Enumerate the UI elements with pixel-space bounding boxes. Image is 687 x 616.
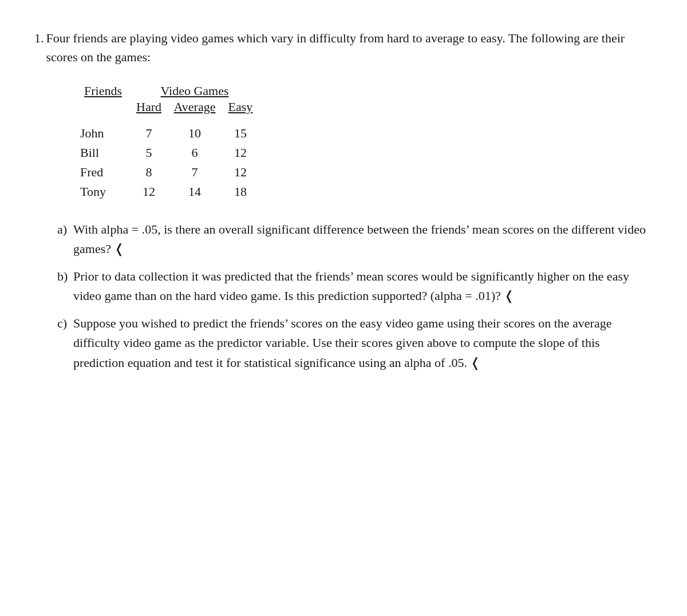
question-block: 1. Four friends are playing video games … — [34, 29, 653, 381]
parts-section: a) With alpha = .05, is there an overall… — [57, 220, 653, 381]
cell-friend-0: John — [80, 121, 126, 141]
part-item-0: a) With alpha = .05, is there an overall… — [57, 220, 653, 259]
part-label-2: c) — [57, 314, 73, 372]
table-row: Tony 12 14 18 — [80, 180, 263, 199]
part-text-2: Suppose you wished to predict the friend… — [73, 314, 653, 372]
cell-easy-3: 18 — [218, 180, 263, 199]
part-text-1: Prior to data collection it was predicte… — [73, 267, 653, 306]
part-text-0: With alpha = .05, is there an overall si… — [73, 220, 653, 259]
data-table: Friends Video Games Hard Average Easy Jo… — [80, 84, 263, 199]
question-number: 1. — [34, 29, 44, 66]
part-label-0: a) — [57, 220, 73, 259]
cell-average-1: 6 — [172, 141, 218, 160]
cell-easy-0: 15 — [218, 121, 263, 141]
part-item-2: c) Suppose you wished to predict the fri… — [57, 314, 653, 372]
table-row: Bill 5 6 12 — [80, 141, 263, 160]
cell-friend-3: Tony — [80, 180, 126, 199]
part-item-1: b) Prior to data collection it was predi… — [57, 267, 653, 306]
cell-hard-3: 12 — [126, 180, 172, 199]
header-friends-spacer — [80, 100, 126, 116]
header-hard: Hard — [126, 100, 172, 116]
cell-friend-1: Bill — [80, 141, 126, 160]
header-friends: Friends — [80, 84, 126, 100]
cell-hard-2: 8 — [126, 160, 172, 180]
cell-average-0: 10 — [172, 121, 218, 141]
cell-hard-1: 5 — [126, 141, 172, 160]
cell-hard-0: 7 — [126, 121, 172, 141]
table-section: Friends Video Games Hard Average Easy Jo… — [80, 84, 653, 199]
header-average: Average — [172, 100, 218, 116]
cell-easy-1: 12 — [218, 141, 263, 160]
cell-average-3: 14 — [172, 180, 218, 199]
question-text: Four friends are playing video games whi… — [46, 29, 653, 66]
cell-easy-2: 12 — [218, 160, 263, 180]
cell-average-2: 7 — [172, 160, 218, 180]
table-row: John 7 10 15 — [80, 121, 263, 141]
table-row: Fred 8 7 12 — [80, 160, 263, 180]
question-intro: 1. Four friends are playing video games … — [34, 29, 653, 66]
cell-friend-2: Fred — [80, 160, 126, 180]
header-video-games: Video Games — [126, 84, 263, 100]
header-easy: Easy — [218, 100, 263, 116]
part-label-1: b) — [57, 267, 73, 306]
